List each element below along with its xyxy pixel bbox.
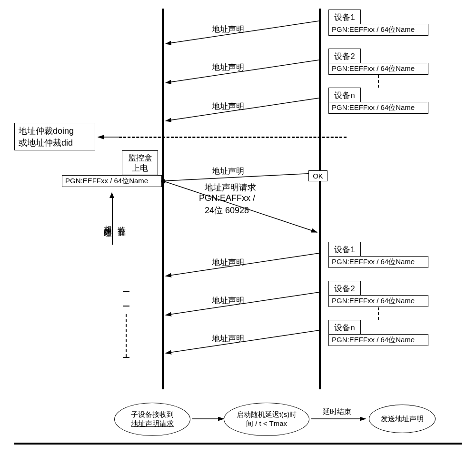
dashed-divider (119, 137, 347, 138)
device-gap-dash-bot (378, 307, 379, 320)
tick2 (123, 306, 129, 307)
monitor-line2: 上电 (132, 164, 148, 173)
flow-step3: 发送地址声明 (369, 405, 436, 433)
right-lifeline (319, 9, 321, 389)
left-lifeline (162, 9, 164, 389)
v-annot-arrow (109, 192, 114, 198)
tick3 (123, 357, 129, 358)
flow-arrow-2 (309, 415, 371, 425)
v-annot-col2: 监控盒 (116, 220, 127, 223)
flow-step3-label: 发送地址声明 (381, 415, 424, 424)
claim-out-label: 地址声明 (212, 166, 244, 177)
flow-step1-l2: 地址声明请求 (131, 419, 174, 428)
v-annot-dash (126, 314, 127, 357)
device2-top-title: 设备2 (328, 49, 361, 64)
devicen-top-detail: PGN:EEFFxx / 64位Name (328, 102, 428, 114)
claim-label-6: 地址声明 (212, 333, 244, 344)
device1-top-title: 设备1 (328, 10, 361, 25)
flow-connector: 延时结束 (323, 407, 351, 416)
device1-bot-title: 设备1 (328, 242, 361, 257)
device2-bot-title: 设备2 (328, 281, 361, 297)
flow-arrow-1 (190, 415, 228, 425)
v-annot-col1: 相应的处理 (102, 219, 113, 224)
tick1 (123, 291, 129, 292)
arrow-into-arbitration (95, 133, 124, 143)
device1-bot-detail: PGN:EEFFxx / 64位Name (328, 256, 428, 268)
flow-step2-l1: 启动随机延迟t(s)时 (237, 410, 297, 419)
claim-request-l1: 地址声明请求 (205, 182, 256, 193)
bottom-line (14, 443, 462, 445)
ok-box: OK (308, 170, 327, 181)
arbitration-line1: 地址仲裁doing (19, 126, 74, 136)
flow-step1-l1: 子设备接收到 (131, 410, 174, 419)
origin-dot (161, 179, 166, 184)
claim-label-2: 地址声明 (212, 62, 244, 73)
claim-request-l3: 24位 60928 (205, 205, 249, 216)
claim-label-4: 地址声明 (212, 257, 244, 268)
monitor-box: 监控盒 上电 (122, 150, 158, 175)
claim-label-5: 地址声明 (212, 295, 244, 306)
devicen-bot-title: 设备n (328, 320, 361, 336)
device1-top-detail: PGN:EEFFxx / 64位Name (328, 24, 428, 36)
monitor-detail: PGN:EEFFxx / 64位Name (62, 175, 162, 187)
arbitration-box: 地址仲裁doing 或地址仲裁did (14, 123, 95, 150)
flow-step2-l2: 间 / t < Tmax (246, 419, 287, 428)
device2-top-detail: PGN:EEFFxx / 64位Name (328, 63, 428, 75)
device-gap-dash-top (378, 75, 379, 88)
claim-request-l2: PGN:EAFFxx / (199, 193, 255, 203)
flow-step1: 子设备接收到 地址声明请求 (114, 403, 190, 436)
devicen-bot-detail: PGN:EEFFxx / 64位Name (328, 334, 428, 346)
arbitration-line2: 或地址仲裁did (19, 138, 73, 148)
devicen-top-title: 设备n (328, 88, 361, 103)
claim-label-3: 地址声明 (212, 101, 244, 112)
device2-bot-detail: PGN:EEFFxx / 64位Name (328, 295, 428, 307)
monitor-line1: 监控盒 (128, 153, 152, 162)
claim-label-1: 地址声明 (212, 24, 244, 35)
flow-step2: 启动随机延迟t(s)时 间 / t < Tmax (224, 403, 309, 436)
vertical-annotation: 相应的处理 监控盒 (102, 219, 127, 224)
arrow-claim-4 (164, 251, 321, 285)
